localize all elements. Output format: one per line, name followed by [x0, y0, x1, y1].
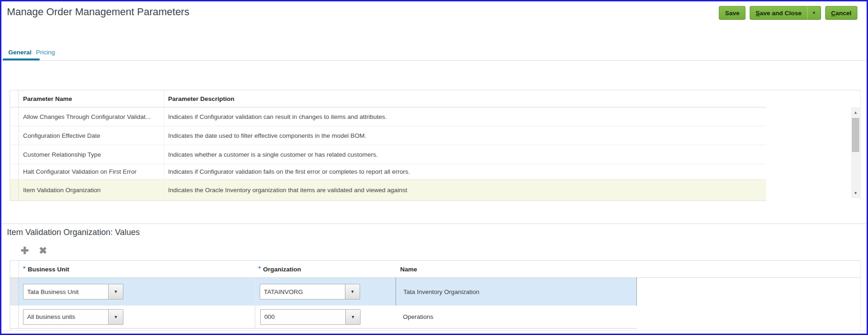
vertical-scrollbar[interactable]: ▲ ▼	[851, 107, 860, 198]
section-divider	[1, 223, 867, 224]
manage-order-management-parameters-page: Manage Order Management Parameters Save …	[0, 0, 868, 335]
column-header-name: Name	[396, 261, 860, 277]
business-unit-combobox: All business units ▼	[23, 309, 123, 325]
row-selector-cell[interactable]	[10, 107, 19, 126]
organization-name-cell: Operations	[396, 306, 637, 328]
row-selector-cell[interactable]	[10, 164, 19, 179]
business-unit-dropdown-button[interactable]: ▼	[108, 309, 123, 325]
business-unit-combobox: Tata Business Unit ▼	[23, 284, 123, 300]
dropdown-arrow-icon: ▼	[350, 289, 355, 294]
row-selector-cell[interactable]	[10, 145, 19, 164]
values-row-selected[interactable]: Tata Business Unit ▼ TATAINVORG ▼ Tata I…	[10, 278, 637, 306]
save-and-close-button[interactable]: Save and Close	[750, 6, 808, 19]
tab-pricing[interactable]: Pricing	[36, 49, 55, 56]
organization-input[interactable]: TATAINVORG	[260, 284, 345, 300]
business-unit-input[interactable]: Tata Business Unit	[23, 284, 108, 300]
panel-bottom-divider	[1, 330, 867, 331]
business-unit-input[interactable]: All business units	[23, 309, 108, 325]
save-button[interactable]: Save	[719, 6, 746, 20]
values-section-title: Item Validation Organization: Values	[7, 228, 140, 237]
table-row-highlighted[interactable]: Item Validation Organization Indicates t…	[10, 180, 766, 201]
values-table: * Business Unit * Organization Name Tata…	[10, 260, 861, 330]
values-toolbar: ✚ ✖	[21, 246, 47, 255]
dropdown-arrow-icon: ▼	[351, 315, 355, 319]
column-header-organization: * Organization	[255, 261, 396, 277]
organization-dropdown-button[interactable]: ▼	[345, 284, 360, 300]
scroll-up-icon[interactable]: ▲	[851, 108, 860, 117]
table-row[interactable]: Halt Configurator Validation on First Er…	[10, 164, 766, 180]
row-selector-cell[interactable]	[10, 306, 19, 328]
chevron-down-icon: ▼	[812, 11, 816, 15]
row-selector-column-header	[10, 90, 19, 107]
required-asterisk: *	[258, 265, 261, 272]
delete-row-icon[interactable]: ✖	[39, 246, 47, 255]
organization-input[interactable]: 000	[260, 309, 345, 325]
column-header-business-unit: * Business Unit	[19, 261, 255, 277]
values-row[interactable]: All business units ▼ 000 ▼ Operations	[10, 306, 637, 329]
scroll-down-icon[interactable]: ▼	[851, 189, 860, 197]
parameters-table: Parameter Name Parameter Description All…	[10, 90, 861, 201]
tabbar-divider	[1, 60, 867, 61]
add-row-icon[interactable]: ✚	[21, 246, 29, 255]
organization-name-cell: Tata Inventory Organization	[396, 278, 637, 306]
row-selector-cell[interactable]	[10, 180, 19, 200]
values-table-header: * Business Unit * Organization Name	[10, 261, 860, 278]
save-and-close-split-button: Save and Close ▼	[750, 6, 821, 20]
table-row[interactable]: Customer Relationship Type Indicates whe…	[10, 145, 766, 164]
row-selector-column-header	[10, 261, 19, 277]
parameters-table-header: Parameter Name Parameter Description	[10, 90, 766, 107]
business-unit-dropdown-button[interactable]: ▼	[108, 284, 123, 300]
row-selector-cell[interactable]	[10, 126, 19, 145]
save-and-close-dropdown-button[interactable]: ▼	[808, 6, 821, 19]
dropdown-arrow-icon: ▼	[114, 315, 118, 319]
column-header-parameter-name: Parameter Name	[19, 90, 164, 107]
tab-general[interactable]: General	[8, 49, 31, 56]
organization-dropdown-button[interactable]: ▼	[345, 309, 361, 325]
page-title: Manage Order Management Parameters	[7, 6, 189, 18]
dropdown-arrow-icon: ▼	[114, 289, 118, 294]
required-asterisk: *	[23, 265, 25, 272]
scrollbar-thumb[interactable]	[852, 118, 859, 152]
table-row[interactable]: Allow Changes Through Configurator Valid…	[10, 107, 766, 126]
column-header-parameter-description: Parameter Description	[164, 90, 766, 107]
organization-combobox: 000 ▼	[260, 309, 361, 325]
cancel-button[interactable]: Cancel	[825, 6, 857, 20]
organization-combobox: TATAINVORG ▼	[260, 284, 360, 300]
row-selector-cell[interactable]	[10, 278, 19, 306]
table-row[interactable]: Configuration Effective Date Indicates t…	[10, 126, 766, 145]
action-button-bar: Save Save and Close ▼ Cancel	[719, 6, 857, 20]
